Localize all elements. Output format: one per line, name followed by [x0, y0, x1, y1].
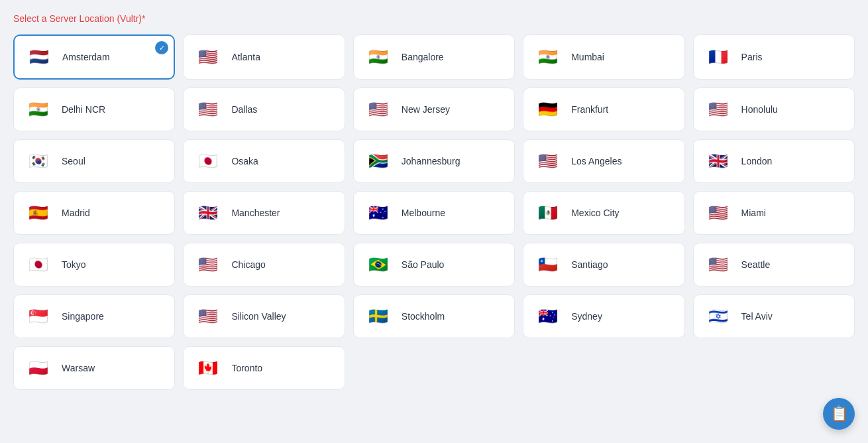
flag-dallas: 🇺🇸: [193, 99, 223, 120]
location-card-seattle[interactable]: 🇺🇸Seattle: [693, 243, 855, 286]
flag-amsterdam: 🇳🇱: [24, 46, 54, 68]
flag-madrid: 🇪🇸: [23, 202, 54, 223]
flag-frankfurt: 🇩🇪: [533, 99, 563, 120]
location-name-paris: Paris: [741, 52, 763, 62]
location-card-silicon-valley[interactable]: 🇺🇸Silicon Valley: [183, 294, 345, 338]
selected-check-icon: ✓: [155, 41, 168, 54]
flag-seattle: 🇺🇸: [703, 254, 733, 275]
location-card-warsaw[interactable]: 🇵🇱Warsaw: [13, 346, 175, 390]
location-card-frankfurt[interactable]: 🇩🇪Frankfurt: [523, 88, 684, 131]
location-name-osaka: Osaka: [231, 156, 258, 166]
location-name-london: London: [741, 156, 773, 166]
location-card-tel-aviv[interactable]: 🇮🇱Tel Aviv: [693, 294, 855, 338]
location-name-madrid: Madrid: [62, 208, 90, 218]
flag-honolulu: 🇺🇸: [703, 99, 733, 120]
flag-sydney: 🇦🇺: [533, 306, 563, 327]
location-card-johannesburg[interactable]: 🇿🇦Johannesburg: [353, 139, 515, 183]
location-name-sydney: Sydney: [571, 311, 602, 322]
location-card-dallas[interactable]: 🇺🇸Dallas: [183, 88, 345, 131]
location-name-tokyo: Tokyo: [62, 259, 86, 270]
flag-miami: 🇺🇸: [703, 202, 733, 223]
flag-toronto: 🇨🇦: [193, 357, 223, 379]
flag-johannesburg: 🇿🇦: [363, 151, 394, 172]
location-card-honolulu[interactable]: 🇺🇸Honolulu: [693, 88, 855, 131]
location-card-atlanta[interactable]: 🇺🇸Atlanta: [183, 34, 345, 80]
location-card-delhi-ncr[interactable]: 🇮🇳Delhi NCR: [13, 88, 175, 131]
flag-manchester: 🇬🇧: [193, 202, 223, 223]
location-card-stockholm[interactable]: 🇸🇪Stockholm: [353, 294, 515, 338]
location-name-atlanta: Atlanta: [231, 52, 260, 62]
location-card-singapore[interactable]: 🇸🇬Singapore: [13, 294, 175, 338]
location-card-chicago[interactable]: 🇺🇸Chicago: [183, 243, 345, 286]
location-name-seoul: Seoul: [62, 156, 85, 166]
location-name-mumbai: Mumbai: [571, 52, 604, 62]
location-card-sydney[interactable]: 🇦🇺Sydney: [523, 294, 684, 338]
location-name-mexico-city: Mexico City: [571, 208, 619, 218]
flag-tel-aviv: 🇮🇱: [703, 306, 733, 327]
location-card-manchester[interactable]: 🇬🇧Manchester: [183, 191, 345, 235]
location-card-bangalore[interactable]: 🇮🇳Bangalore: [353, 34, 515, 80]
location-name-dallas: Dallas: [231, 104, 257, 115]
location-name-new-jersey: New Jersey: [402, 104, 450, 115]
location-card-paris[interactable]: 🇫🇷Paris: [693, 34, 855, 80]
flag-stockholm: 🇸🇪: [363, 306, 394, 327]
location-name-singapore: Singapore: [62, 311, 104, 322]
location-card-osaka[interactable]: 🇯🇵Osaka: [183, 139, 345, 183]
flag-paris: 🇫🇷: [703, 46, 733, 68]
flag-warsaw: 🇵🇱: [23, 357, 54, 379]
flag-chicago: 🇺🇸: [193, 254, 223, 275]
location-name-miami: Miami: [741, 208, 766, 218]
location-card-seoul[interactable]: 🇰🇷Seoul: [13, 139, 175, 183]
location-name-johannesburg: Johannesburg: [402, 156, 461, 166]
flag-new-jersey: 🇺🇸: [363, 99, 394, 120]
flag-los-angeles: 🇺🇸: [533, 151, 563, 172]
flag-mexico-city: 🇲🇽: [533, 202, 563, 223]
location-name-warsaw: Warsaw: [62, 363, 95, 373]
location-card-santiago[interactable]: 🇨🇱Santiago: [523, 243, 684, 286]
location-name-chicago: Chicago: [231, 259, 265, 270]
location-card-madrid[interactable]: 🇪🇸Madrid: [13, 191, 175, 235]
location-card-los-angeles[interactable]: 🇺🇸Los Angeles: [523, 139, 684, 183]
location-card-toronto[interactable]: 🇨🇦Toronto: [183, 346, 345, 390]
location-card-new-jersey[interactable]: 🇺🇸New Jersey: [353, 88, 515, 131]
location-name-stockholm: Stockholm: [402, 311, 445, 322]
location-name-sao-paulo: São Paulo: [402, 259, 445, 270]
flag-sao-paulo: 🇧🇷: [363, 254, 394, 275]
flag-tokyo: 🇯🇵: [23, 254, 54, 275]
location-name-toronto: Toronto: [231, 363, 262, 373]
flag-delhi-ncr: 🇮🇳: [23, 99, 54, 120]
flag-london: 🇬🇧: [703, 151, 733, 172]
location-name-silicon-valley: Silicon Valley: [231, 311, 286, 322]
location-name-delhi-ncr: Delhi NCR: [62, 104, 105, 115]
location-name-los-angeles: Los Angeles: [571, 156, 622, 166]
form-label: Select a Server Location (Vultr)*: [13, 13, 855, 24]
location-card-london[interactable]: 🇬🇧London: [693, 139, 855, 183]
location-card-mumbai[interactable]: 🇮🇳Mumbai: [523, 34, 684, 80]
location-card-sao-paulo[interactable]: 🇧🇷São Paulo: [353, 243, 515, 286]
location-card-miami[interactable]: 🇺🇸Miami: [693, 191, 855, 235]
flag-mumbai: 🇮🇳: [533, 46, 563, 68]
location-name-frankfurt: Frankfurt: [571, 104, 608, 115]
location-name-tel-aviv: Tel Aviv: [741, 311, 773, 322]
location-name-melbourne: Melbourne: [402, 208, 445, 218]
locations-grid: 🇳🇱Amsterdam✓🇺🇸Atlanta🇮🇳Bangalore🇮🇳Mumbai…: [13, 34, 855, 390]
flag-singapore: 🇸🇬: [23, 306, 54, 327]
location-card-amsterdam[interactable]: 🇳🇱Amsterdam✓: [13, 34, 175, 80]
location-name-honolulu: Honolulu: [741, 104, 778, 115]
fab-button[interactable]: 📋: [823, 398, 855, 430]
location-name-manchester: Manchester: [231, 208, 280, 218]
location-name-seattle: Seattle: [741, 259, 771, 270]
flag-osaka: 🇯🇵: [193, 151, 223, 172]
flag-silicon-valley: 🇺🇸: [193, 306, 223, 327]
flag-bangalore: 🇮🇳: [363, 46, 394, 68]
location-card-tokyo[interactable]: 🇯🇵Tokyo: [13, 243, 175, 286]
location-card-mexico-city[interactable]: 🇲🇽Mexico City: [523, 191, 684, 235]
flag-santiago: 🇨🇱: [533, 254, 563, 275]
location-name-santiago: Santiago: [571, 259, 608, 270]
location-card-melbourne[interactable]: 🇦🇺Melbourne: [353, 191, 515, 235]
location-name-amsterdam: Amsterdam: [62, 52, 110, 62]
flag-melbourne: 🇦🇺: [363, 202, 394, 223]
location-name-bangalore: Bangalore: [402, 52, 444, 62]
flag-atlanta: 🇺🇸: [193, 46, 223, 68]
flag-seoul: 🇰🇷: [23, 151, 54, 172]
